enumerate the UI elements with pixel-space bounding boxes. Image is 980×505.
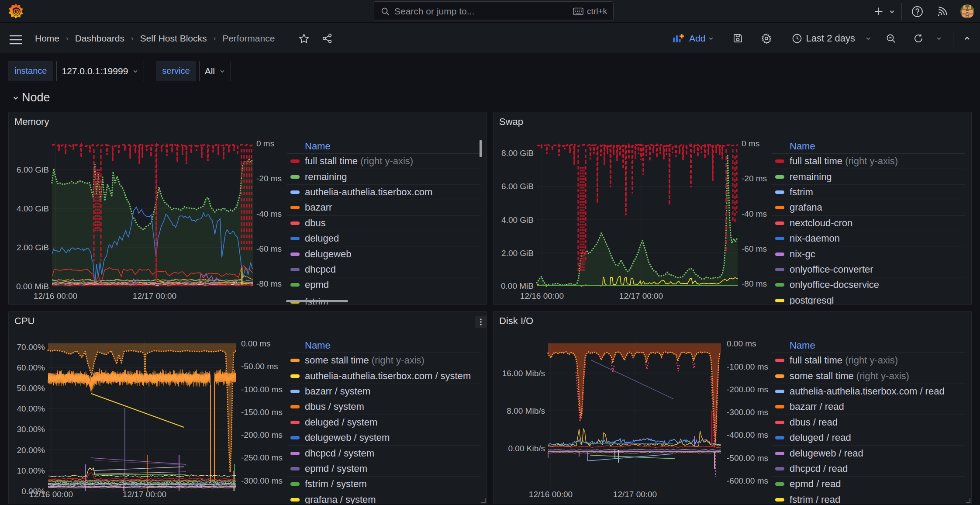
svg-text:-200.00 ms: -200.00 ms [241, 430, 283, 439]
svg-text:12/17 00:00: 12/17 00:00 [123, 490, 166, 499]
svg-text:12/17 00:00: 12/17 00:00 [613, 490, 657, 499]
svg-text:12/16 00:00: 12/16 00:00 [29, 490, 73, 499]
svg-text:70.00%: 70.00% [17, 342, 45, 352]
svg-text:0.00 MiB: 0.00 MiB [16, 282, 49, 291]
svg-text:12/16 00:00: 12/16 00:00 [529, 490, 573, 499]
svg-text:-20 ms: -20 ms [256, 174, 282, 183]
svg-text:12/17 00:00: 12/17 00:00 [619, 291, 663, 301]
svg-text:-300.00 ms: -300.00 ms [727, 408, 768, 417]
svg-text:0.00 Kib/s: 0.00 Kib/s [508, 444, 545, 453]
svg-text:-80 ms: -80 ms [256, 279, 282, 288]
svg-text:40.00%: 40.00% [17, 404, 45, 413]
svg-text:-50.00 ms: -50.00 ms [241, 362, 278, 371]
svg-text:0.00 MiB: 0.00 MiB [501, 281, 534, 291]
svg-text:50.00%: 50.00% [17, 384, 45, 393]
svg-text:-100.00 ms: -100.00 ms [241, 385, 283, 394]
svg-text:4.00 GiB: 4.00 GiB [17, 204, 49, 213]
svg-text:-300.00 ms: -300.00 ms [241, 476, 283, 485]
svg-text:8.00 GiB: 8.00 GiB [501, 149, 534, 158]
svg-text:60.00%: 60.00% [17, 363, 45, 372]
svg-text:-20 ms: -20 ms [742, 174, 767, 183]
svg-text:-400.00 ms: -400.00 ms [727, 430, 768, 439]
svg-text:6.00 GiB: 6.00 GiB [501, 182, 534, 191]
svg-text:20.00%: 20.00% [17, 446, 45, 455]
svg-text:-600.00 ms: -600.00 ms [727, 476, 768, 485]
svg-text:30.00%: 30.00% [17, 425, 45, 434]
svg-text:12/16 00:00: 12/16 00:00 [520, 291, 564, 301]
svg-text:-200.00 ms: -200.00 ms [727, 385, 768, 394]
svg-text:-80 ms: -80 ms [742, 279, 767, 288]
svg-text:16.00 Mib/s: 16.00 Mib/s [502, 369, 545, 378]
svg-text:4.00 GiB: 4.00 GiB [501, 215, 534, 225]
svg-text:0 ms: 0 ms [742, 139, 759, 148]
svg-text:8.00 Mib/s: 8.00 Mib/s [507, 406, 545, 415]
svg-text:2.00 GiB: 2.00 GiB [17, 243, 49, 252]
svg-text:0 ms: 0 ms [256, 139, 274, 148]
svg-text:-40 ms: -40 ms [742, 209, 767, 218]
svg-text:-60 ms: -60 ms [742, 244, 767, 253]
svg-text:-60 ms: -60 ms [256, 244, 282, 253]
svg-text:-500.00 ms: -500.00 ms [727, 453, 768, 463]
svg-text:-100.00 ms: -100.00 ms [727, 362, 768, 371]
svg-text:6.00 GiB: 6.00 GiB [17, 165, 49, 174]
svg-text:-40 ms: -40 ms [256, 209, 282, 218]
svg-text:10.00%: 10.00% [17, 466, 45, 475]
svg-text:12/16 00:00: 12/16 00:00 [34, 291, 77, 301]
svg-text:12/17 00:00: 12/17 00:00 [133, 291, 176, 301]
svg-text:2.00 GiB: 2.00 GiB [501, 249, 534, 258]
svg-text:-150.00 ms: -150.00 ms [241, 408, 283, 417]
svg-text:0.00 ms: 0.00 ms [727, 339, 756, 348]
svg-text:-250.00 ms: -250.00 ms [241, 453, 283, 462]
svg-text:0.00 ms: 0.00 ms [241, 339, 271, 348]
